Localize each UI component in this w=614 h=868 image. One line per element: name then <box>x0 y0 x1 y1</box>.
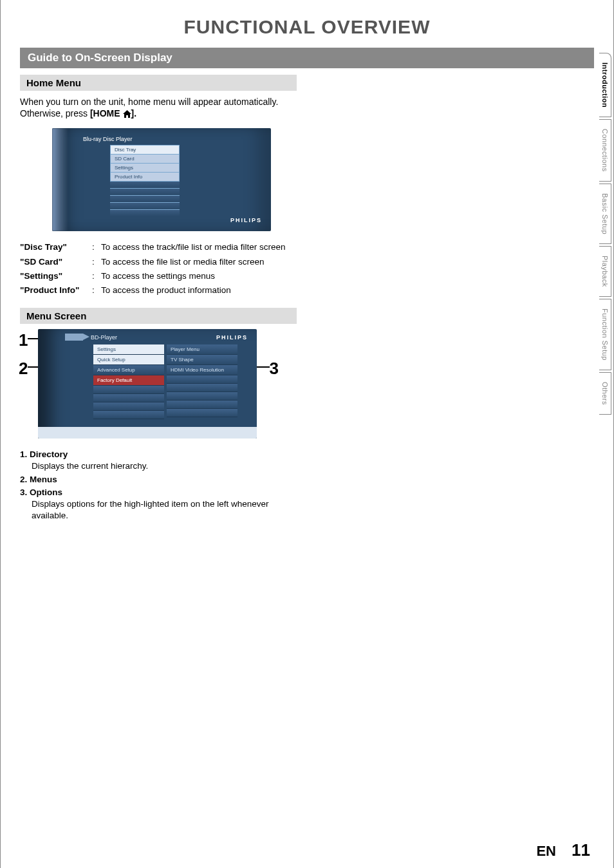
breadcrumb-label: BD-Player <box>91 334 117 341</box>
def-term: "Disc Tray" <box>20 241 92 253</box>
tab-connections[interactable]: Connections <box>599 119 611 182</box>
page-footer: EN 11 <box>536 840 590 860</box>
def-term: "SD Card" <box>20 256 92 268</box>
menu-blank <box>167 375 237 384</box>
tab-playback[interactable]: Playback <box>599 246 611 297</box>
intro-text-part: When you turn on the unit, home menu wil… <box>20 97 278 118</box>
def-desc: To access the track/file list or media f… <box>101 241 297 253</box>
def-colon: : <box>92 285 101 296</box>
list-blank <box>110 188 180 195</box>
footer-page-number: 11 <box>572 840 590 860</box>
list-label: Menus <box>30 475 57 484</box>
list-desc: Displays options for the high-lighted it… <box>32 498 297 522</box>
home-menu-heading: Home Menu <box>20 75 297 91</box>
menu-blank <box>93 402 164 411</box>
breadcrumb-shape <box>65 334 91 341</box>
list-blank <box>110 195 180 202</box>
intro-suffix: ]. <box>131 108 137 118</box>
menu-item: Settings <box>93 344 164 355</box>
section-heading: Guide to On-Screen Display <box>20 48 594 68</box>
tab-introduction[interactable]: Introduction <box>599 53 611 117</box>
def-row: "Disc Tray" : To access the track/file l… <box>20 241 297 253</box>
menu-blank <box>93 411 164 419</box>
menu-screen-list: 1. Directory Displays the current hierar… <box>20 449 297 522</box>
def-term: "Settings" <box>20 270 92 282</box>
intro-bold: [HOME <box>90 108 123 118</box>
list-item: 3. Options Displays options for the high… <box>20 487 297 522</box>
list-item: 2. Menus <box>20 474 297 486</box>
menu-blank <box>93 386 164 394</box>
callout-1: 1 <box>19 330 28 350</box>
list-item: 1. Directory Displays the current hierar… <box>20 449 297 472</box>
home-menu-intro: When you turn on the unit, home menu wil… <box>20 96 297 119</box>
figure-title: Blu-ray Disc Player <box>83 136 133 142</box>
home-menu-definitions: "Disc Tray" : To access the track/file l… <box>20 241 297 296</box>
figure-footer-bar <box>38 427 257 439</box>
menu-screen-figure-wrap: 1 2 3 BD-Player PHILIPS Settings Quick S… <box>20 329 277 439</box>
menu-blank <box>93 394 164 402</box>
figure-highlight <box>52 128 68 231</box>
callout-2: 2 <box>19 359 28 379</box>
list-blank <box>110 181 180 188</box>
def-colon: : <box>92 270 101 282</box>
list-num: 2. <box>20 475 27 484</box>
list-label: Options <box>30 487 62 497</box>
callout-num: 2 <box>19 359 28 378</box>
list-num: 3. <box>20 487 27 497</box>
def-desc: To access the product information <box>101 285 297 296</box>
menu-screen-heading: Menu Screen <box>20 308 297 324</box>
menu-left-stack: Settings Quick Setup Advanced Setup Fact… <box>93 344 164 419</box>
list-item: Settings <box>110 163 180 172</box>
list-item: SD Card <box>110 154 180 163</box>
menu-item: Advanced Setup <box>93 365 164 375</box>
home-menu-figure: Blu-ray Disc Player Disc Tray SD Card Se… <box>52 128 271 231</box>
list-item: Disc Tray <box>110 145 180 154</box>
menu-item: Factory Default <box>93 375 164 386</box>
menu-blank <box>167 401 237 409</box>
menu-item: HDMI Video Resolution <box>167 365 237 375</box>
menu-item: Quick Setup <box>93 355 164 365</box>
brand-label: PHILIPS <box>230 217 262 223</box>
menu-columns: Settings Quick Setup Advanced Setup Fact… <box>93 344 237 419</box>
menu-screen-figure: BD-Player PHILIPS Settings Quick Setup A… <box>38 329 257 439</box>
def-row: "Product Info" : To access the product i… <box>20 285 297 296</box>
list-blank <box>110 202 180 209</box>
def-colon: : <box>92 241 101 253</box>
home-icon <box>123 110 131 118</box>
menu-blank <box>167 409 237 417</box>
menu-item: TV Shape <box>167 355 237 365</box>
page-title: FUNCTIONAL OVERVIEW <box>20 16 594 38</box>
menu-item: Player Menu <box>167 344 237 355</box>
menu-blank <box>167 392 237 401</box>
def-row: "SD Card" : To access the file list or m… <box>20 256 297 268</box>
def-term: "Product Info" <box>20 285 92 296</box>
menu-right-stack: Player Menu TV Shape HDMI Video Resoluti… <box>167 344 237 419</box>
def-row: "Settings" : To access the settings menu… <box>20 270 297 282</box>
list-num: 1. <box>20 449 27 459</box>
def-desc: To access the settings menus <box>101 270 297 282</box>
callout-num: 1 <box>19 330 28 350</box>
tab-basic-setup[interactable]: Basic Setup <box>599 184 611 244</box>
tab-function-setup[interactable]: Function Setup <box>599 299 611 370</box>
list-blank <box>110 209 180 216</box>
menu-blank <box>167 384 237 392</box>
list-item: Product Info <box>110 172 180 181</box>
figure-menu-list: Disc Tray SD Card Settings Product Info <box>110 145 180 216</box>
list-desc: Displays the current hierarchy. <box>32 460 297 472</box>
callout-3: 3 <box>270 359 279 379</box>
side-tabs: Introduction Connections Basic Setup Pla… <box>599 53 611 415</box>
tab-others[interactable]: Others <box>599 372 611 415</box>
brand-label: PHILIPS <box>216 334 248 341</box>
def-desc: To access the file list or media filter … <box>101 256 297 268</box>
list-label: Directory <box>30 449 68 459</box>
def-colon: : <box>92 256 101 268</box>
callout-num: 3 <box>270 359 279 378</box>
footer-lang: EN <box>536 843 556 859</box>
